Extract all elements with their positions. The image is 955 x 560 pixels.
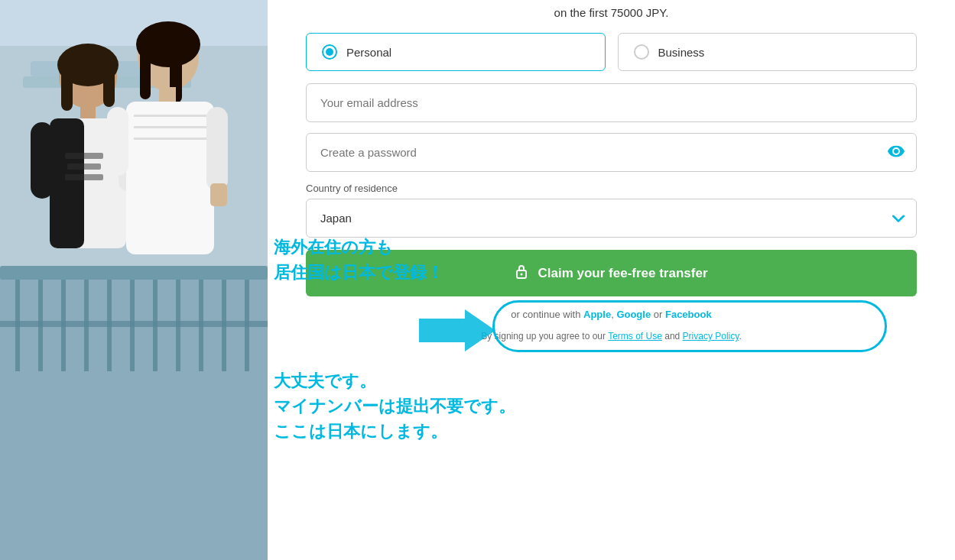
svg-rect-20 [61,65,73,111]
svg-rect-37 [134,126,206,128]
business-radio[interactable] [634,44,649,60]
svg-rect-39 [206,107,228,191]
svg-rect-25 [65,153,103,159]
cta-label: Claim your fee-free transfer [538,266,707,281]
photo-panel [0,0,268,560]
personal-option[interactable]: Personal [306,33,606,71]
eye-icon[interactable] [888,144,905,161]
cta-button[interactable]: Claim your fee-free transfer [306,250,917,296]
terms-text: By signing up you agree to our Terms of … [306,329,917,343]
country-select[interactable]: Japan United States United Kingdom Austr… [306,199,917,238]
business-label: Business [658,46,705,59]
social-text: or continue with Apple, Google or Facebo… [306,309,917,320]
svg-rect-40 [107,107,128,176]
svg-point-44 [521,274,523,276]
svg-rect-34 [159,87,176,104]
country-select-wrapper: Japan United States United Kingdom Austr… [306,199,917,238]
svg-rect-21 [103,65,115,107]
svg-rect-26 [67,163,101,170]
svg-rect-32 [140,46,151,99]
svg-rect-38 [134,138,206,140]
banner-text: on the first 75000 JPY. [306,0,917,19]
svg-rect-17 [0,321,268,327]
google-link[interactable]: Google [616,309,651,320]
privacy-link[interactable]: Privacy Policy [683,331,739,342]
svg-rect-27 [65,174,103,180]
personal-label: Personal [346,46,391,59]
svg-rect-28 [31,122,54,199]
password-wrapper [306,133,917,172]
svg-rect-36 [134,115,206,117]
svg-rect-35 [126,102,214,254]
password-input[interactable] [306,133,917,172]
country-label: Country of residence [306,183,917,194]
email-input[interactable] [306,83,917,122]
svg-rect-41 [210,183,227,206]
personal-radio[interactable] [322,44,337,60]
apple-link[interactable]: Apple [583,309,611,320]
account-type-row: Personal Business [306,33,917,71]
business-option[interactable]: Business [618,33,918,71]
svg-rect-5 [0,266,268,280]
lock-icon [515,264,528,283]
content-panel: on the first 75000 JPY. Personal Busines… [268,0,955,560]
svg-rect-24 [50,118,84,248]
facebook-link[interactable]: Facebook [665,309,712,320]
terms-link[interactable]: Terms of Use [608,331,662,342]
